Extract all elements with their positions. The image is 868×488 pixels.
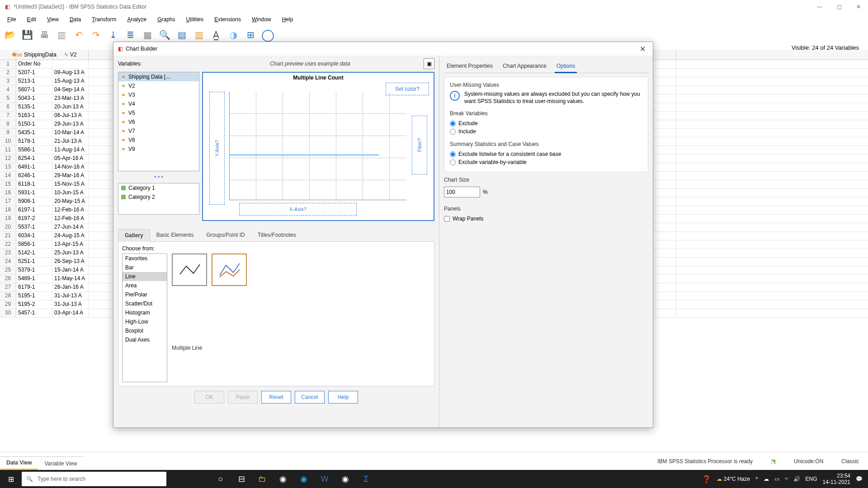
variable-item[interactable]: ⚭V9 <box>118 145 199 154</box>
minimize-button[interactable]: — <box>813 4 826 10</box>
wrap-panels-checkbox[interactable]: Wrap Panels <box>444 216 648 222</box>
variable-item[interactable]: ⚭V3 <box>118 90 199 99</box>
recall-icon[interactable]: ▥ <box>55 28 68 41</box>
builder-tab-gallery[interactable]: Gallery <box>118 229 150 242</box>
chart-type-scatter-dot[interactable]: Scatter/Dot <box>123 299 167 308</box>
chart-type-favorites[interactable]: Favorites <box>123 254 167 263</box>
chart-thumb-multiple-line[interactable] <box>212 253 247 286</box>
column-header-shippingdata[interactable]: �sëShippingData <box>16 50 52 60</box>
notifications-icon[interactable]: 💬 <box>856 476 863 482</box>
menu-view[interactable]: View <box>42 15 64 23</box>
maximize-button[interactable]: ▢ <box>833 4 845 10</box>
builder-tab-titles-footnotes[interactable]: Titles/Footnotes <box>251 229 302 241</box>
tray-chevron-icon[interactable]: ^ <box>755 476 758 482</box>
builder-tab-groups-point-id[interactable]: Groups/Point ID <box>200 229 251 241</box>
filter-dropzone[interactable]: Filter? <box>412 116 427 174</box>
menu-file[interactable]: File <box>2 15 21 23</box>
chart-size-input[interactable] <box>444 187 480 197</box>
taskbar-search[interactable]: 🔍 Type here to search <box>22 472 166 486</box>
chart-type-high-low[interactable]: High-Low <box>123 317 167 326</box>
taskview-icon[interactable]: ⊟ <box>232 472 250 486</box>
split-icon[interactable]: A̲ <box>210 28 222 41</box>
x-axis-dropzone[interactable]: X-Axis? <box>239 203 357 216</box>
undo-icon[interactable]: ↶ <box>72 28 85 41</box>
category-item[interactable]: Category 2 <box>118 192 199 202</box>
categories-list[interactable]: Category 1Category 2 <box>118 183 199 215</box>
menu-graphs[interactable]: Graphs <box>152 15 180 23</box>
radio-exclude-varbyvar[interactable]: Exclude variable-by-variable <box>450 159 642 165</box>
chart-thumb-simple-line[interactable] <box>172 253 207 286</box>
goto-icon[interactable]: ⤓ <box>107 28 119 41</box>
insert-var-icon[interactable]: ▥ <box>193 28 205 41</box>
chart-type-bar[interactable]: Bar <box>123 263 167 272</box>
variable-item[interactable]: ⚭V7 <box>118 127 199 136</box>
chart-type-line[interactable]: Line <box>123 272 167 281</box>
menu-utilities[interactable]: Utilities <box>181 15 209 23</box>
radio-break-include[interactable]: Include <box>450 128 642 135</box>
menu-transform[interactable]: Transform <box>86 15 122 23</box>
cortana-icon[interactable]: ○ <box>212 472 230 486</box>
chart-type-boxplot[interactable]: Boxplot <box>123 326 167 335</box>
menu-data[interactable]: Data <box>64 15 86 23</box>
battery-icon[interactable]: ▭ <box>774 476 779 482</box>
clock[interactable]: 23:54 14-11-2021 <box>823 473 850 486</box>
insert-case-icon[interactable]: ▤ <box>175 28 188 41</box>
weight-icon[interactable]: ◑ <box>227 28 240 41</box>
volume-icon[interactable]: 🔊 <box>793 476 800 482</box>
chart-options-button[interactable]: ▣ <box>424 58 434 69</box>
menu-help[interactable]: Help <box>277 15 299 23</box>
redo-icon[interactable]: ↷ <box>90 28 102 41</box>
menu-extensions[interactable]: Extensions <box>209 15 246 23</box>
options-tab-element-properties[interactable]: Element Properties <box>445 60 495 73</box>
options-tab-options[interactable]: Options <box>555 60 577 73</box>
chart-type-list[interactable]: FavoritesBarLineAreaPie/PolarScatter/Dot… <box>122 253 167 382</box>
save-icon[interactable]: 💾 <box>21 28 33 41</box>
vars-icon[interactable]: ▦ <box>141 28 154 41</box>
start-button[interactable]: ⊞ <box>0 475 22 483</box>
select-icon[interactable]: ⊞ <box>244 28 257 41</box>
goto-var-icon[interactable]: ≣ <box>124 28 137 41</box>
variable-item[interactable]: ⚭V5 <box>118 108 199 117</box>
find-icon[interactable]: 🔍 <box>158 28 171 41</box>
weather-widget[interactable]: ☁ 24°C Haze <box>717 476 750 482</box>
cancel-button[interactable]: Cancel <box>295 391 325 404</box>
language-indicator[interactable]: ENG <box>806 476 817 482</box>
edge-icon[interactable]: ◉ <box>295 472 313 486</box>
chart-type-area[interactable]: Area <box>123 281 167 290</box>
menu-window[interactable]: Window <box>246 15 277 23</box>
menu-edit[interactable]: Edit <box>21 15 42 23</box>
word-icon[interactable]: W <box>316 472 334 486</box>
variable-item[interactable]: ⚭V4 <box>118 99 199 108</box>
variable-item[interactable]: ⚭Shipping Data [... <box>118 72 199 81</box>
paste-button[interactable]: Paste <box>228 391 258 404</box>
category-item[interactable]: Category 1 <box>118 183 199 192</box>
drag-handle[interactable]: • • • <box>118 173 199 181</box>
chart-type-dual-axes[interactable]: Dual Axes <box>123 335 167 344</box>
spss-icon[interactable]: Σ <box>357 472 375 486</box>
close-button[interactable]: ✕ <box>853 4 864 10</box>
help-button[interactable]: Help <box>328 391 358 404</box>
variable-item[interactable]: ⚭V6 <box>118 117 199 127</box>
variables-list[interactable]: ⚭Shipping Data [...⚭V2⚭V3⚭V4⚭V5⚭V6⚭V7⚭V8… <box>118 72 199 171</box>
menu-analyze[interactable]: Analyze <box>122 15 152 23</box>
radio-exclude-listwise[interactable]: Exclude listwise for a consistent case b… <box>450 151 642 157</box>
onedrive-icon[interactable]: ☁ <box>764 476 769 482</box>
chart-type-histogram[interactable]: Histogram <box>123 308 167 317</box>
variable-item[interactable]: ⚭V8 <box>118 136 199 145</box>
radio-break-exclude[interactable]: Exclude <box>450 120 642 127</box>
value-labels-icon[interactable]: ◯ <box>261 28 274 41</box>
y-axis-dropzone[interactable]: Y-Axis? <box>209 92 225 205</box>
chart-preview[interactable]: Multiple Line Count Set color? Y-Axis? F… <box>202 72 434 221</box>
file-explorer-icon[interactable]: 🗀 <box>253 472 271 486</box>
column-header-v2[interactable]: ✎V2 <box>52 50 89 60</box>
print-icon[interactable]: 🖶 <box>38 28 51 41</box>
options-tab-chart-appearance[interactable]: Chart Appearance <box>501 60 548 73</box>
wifi-icon[interactable]: ⌔ <box>785 476 788 482</box>
dialog-close-button[interactable]: ✕ <box>637 45 648 53</box>
reset-button[interactable]: Reset <box>261 391 291 404</box>
ok-button[interactable]: OK <box>194 391 224 404</box>
variable-item[interactable]: ⚭V2 <box>118 81 199 90</box>
help-tray-icon[interactable]: ❓ <box>702 475 711 483</box>
chart-type-pie-polar[interactable]: Pie/Polar <box>123 290 167 299</box>
obs-icon[interactable]: ◉ <box>274 472 292 486</box>
